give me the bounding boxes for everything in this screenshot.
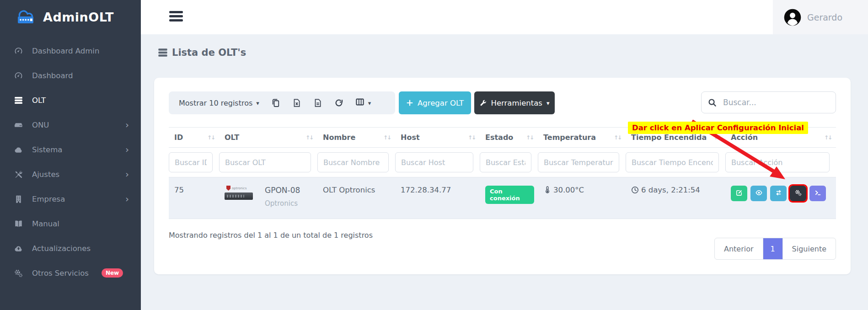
sidebar-item-actualizaciones[interactable]: Actualizaciones (0, 236, 141, 261)
column-header-olt[interactable]: OLT↑↓ (219, 128, 317, 148)
olt-brand: Optronics (265, 199, 300, 208)
sidebar-item-manual[interactable]: Manual (0, 211, 141, 236)
caret-down-icon: ▾ (256, 100, 259, 107)
sidebar-item-ajustes[interactable]: Ajustes › (0, 162, 141, 187)
filter-id-input[interactable] (169, 152, 213, 172)
caret-down-icon: ▾ (368, 100, 371, 107)
sort-icon[interactable]: ↑↓ (383, 133, 391, 141)
sidebar-item-label: Otros Servicios (32, 269, 89, 278)
sort-icon[interactable]: ↑↓ (468, 133, 475, 141)
column-header-estado[interactable]: Estado↑↓ (480, 128, 538, 148)
adminolt-page: AdminOLT Dashboard Admin Dashboard OLT O… (0, 0, 868, 310)
sidebar-item-label: Dashboard Admin (32, 47, 99, 55)
column-visibility-button[interactable]: ▾ (355, 97, 371, 109)
building-icon (13, 195, 24, 203)
pagination-page-1[interactable]: 1 (763, 238, 782, 259)
new-badge: New (102, 268, 123, 278)
cell-tiempo-encendida: 6 days, 2:21:54 (626, 177, 725, 219)
refresh-button[interactable] (334, 98, 343, 107)
cell-estado: Con conexión (480, 177, 538, 219)
sidebar-item-onu[interactable]: ONU › (0, 112, 141, 137)
sidebar-item-empresa[interactable]: Empresa › (0, 187, 141, 211)
apply-initial-config-button[interactable] (790, 186, 806, 201)
olt-table: ID↑↓ OLT↑↓ Nombre↑↓ Host↑↓ Estado↑↓ Temp… (169, 127, 836, 219)
brand-logo[interactable]: AdminOLT (0, 0, 141, 33)
hamburger-menu-icon[interactable] (169, 11, 183, 23)
filter-tiempo-input[interactable] (626, 152, 719, 172)
user-menu[interactable]: Gerardo (773, 0, 868, 34)
add-olt-label: Agregar OLT (418, 99, 464, 107)
wrench-icon (480, 99, 487, 107)
onu-device-icon (13, 121, 24, 129)
sidebar-item-label: Sistema (32, 145, 62, 154)
eye-icon (755, 189, 762, 198)
sort-icon[interactable]: ↑↓ (526, 133, 533, 141)
plus-icon (406, 99, 413, 107)
table-toolbar: Mostrar 10 registros ▾ ▾ Agregar OLT (169, 91, 836, 114)
filter-temperatura-input[interactable] (538, 152, 619, 172)
sidebar-item-olt[interactable]: OLT (0, 88, 141, 112)
sort-icon[interactable]: ↑↓ (614, 133, 621, 141)
cell-host: 172.28.34.77 (395, 177, 480, 219)
sidebar-item-otros-servicios[interactable]: Otros Servicios New (0, 261, 141, 285)
view-olt-button[interactable] (750, 186, 767, 201)
column-header-temperatura[interactable]: Temperatura↑↓ (538, 128, 626, 148)
sync-olt-button[interactable] (770, 186, 787, 201)
caret-down-icon: ▾ (547, 100, 550, 107)
chevron-right-icon: › (125, 194, 129, 203)
sort-icon[interactable]: ↑↓ (305, 133, 313, 141)
olt-logo-text: optronics (232, 187, 246, 190)
terminal-olt-button[interactable] (809, 186, 826, 201)
filter-accion-input[interactable] (725, 152, 830, 172)
sort-icon[interactable]: ↑↓ (824, 133, 831, 141)
olt-device-image: optronics (225, 186, 253, 200)
exchange-arrows-icon (775, 189, 782, 198)
search-input[interactable] (722, 97, 829, 107)
topbar: Gerardo (141, 0, 868, 34)
chevron-right-icon: › (125, 120, 129, 129)
clock-icon (631, 186, 639, 194)
filter-nombre-input[interactable] (317, 152, 389, 172)
cell-olt: optronics GPON-08 Optronics (219, 177, 317, 219)
cloud-router-logo-icon (14, 7, 38, 27)
copy-button[interactable] (271, 98, 280, 107)
sidebar-item-label: Actualizaciones (32, 244, 91, 253)
table-filter-row (169, 148, 836, 177)
sidebar-item-label: Manual (32, 219, 59, 228)
olt-list-card: Mostrar 10 registros ▾ ▾ Agregar OLT (154, 78, 851, 274)
datatable-controls: Mostrar 10 registros ▾ ▾ (169, 91, 395, 114)
filter-host-input[interactable] (395, 152, 473, 172)
column-header-nombre[interactable]: Nombre↑↓ (317, 128, 395, 148)
tools-label: Herramientas (491, 99, 542, 107)
edit-olt-button[interactable] (731, 186, 747, 201)
tools-dropdown-button[interactable]: Herramientas ▾ (474, 91, 555, 114)
avatar (784, 9, 801, 26)
sort-icon[interactable]: ↑↓ (713, 133, 721, 141)
page-length-dropdown[interactable]: Mostrar 10 registros (179, 99, 252, 107)
pagination-prev-button[interactable]: Anterior (715, 238, 763, 259)
export-excel-button[interactable] (292, 98, 301, 107)
page-title-text: Lista de OLT's (172, 47, 246, 58)
chevron-right-icon: › (125, 170, 129, 179)
sidebar-item-sistema[interactable]: Sistema › (0, 137, 141, 162)
sidebar-item-dashboard[interactable]: Dashboard (0, 63, 141, 88)
column-header-host[interactable]: Host↑↓ (395, 128, 480, 148)
olt-rack-graphic (225, 192, 253, 200)
user-name: Gerardo (807, 12, 842, 22)
sidebar-item-label: Dashboard (32, 71, 73, 80)
gears-icon (795, 189, 802, 198)
pagination-next-button[interactable]: Siguiente (782, 238, 836, 259)
sort-icon[interactable]: ↑↓ (207, 133, 214, 141)
export-file-button[interactable] (313, 98, 322, 107)
server-icon (158, 48, 168, 58)
main-content: Lista de OLT's Mostrar 10 registros ▾ ▾ (141, 34, 868, 310)
column-header-id[interactable]: ID↑↓ (169, 128, 219, 148)
sidebar-item-dashboard-admin[interactable]: Dashboard Admin (0, 38, 141, 63)
sidebar-item-label: ONU (32, 121, 49, 129)
filter-olt-input[interactable] (219, 152, 311, 172)
columns-icon (355, 97, 364, 109)
add-olt-button[interactable]: Agregar OLT (399, 91, 471, 114)
filter-estado-input[interactable] (480, 152, 531, 172)
gauge-icon (13, 47, 24, 55)
gears-icon (13, 269, 24, 278)
